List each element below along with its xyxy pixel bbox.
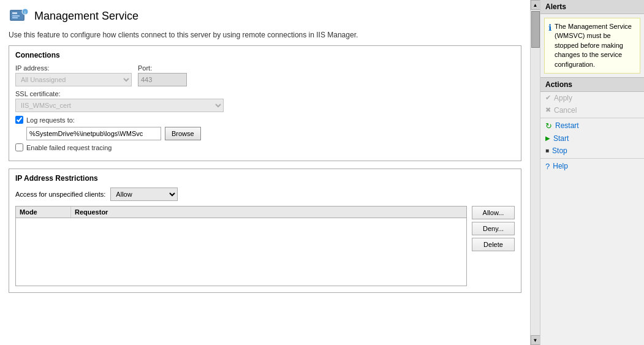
help-label[interactable]: Help (553, 162, 568, 170)
stop-action[interactable]: ■ Stop (540, 145, 644, 157)
access-row: Access for unspecified clients: Allow De… (15, 188, 515, 201)
access-select[interactable]: Allow Deny (110, 188, 178, 201)
ip-restrictions-legend: IP Address Restrictions (15, 174, 515, 183)
failed-tracing-checkbox[interactable] (15, 143, 23, 151)
restart-icon: ↻ (545, 121, 552, 131)
log-checkbox-label: Log requests to: (26, 116, 75, 124)
actions-divider-2 (540, 158, 644, 159)
log-path-input[interactable] (26, 127, 161, 140)
apply-icon: ✔ (545, 94, 551, 102)
restart-label[interactable]: Restart (555, 121, 579, 130)
scroll-down-arrow[interactable]: ▼ (531, 335, 540, 345)
ip-port-row: IP address: All Unassigned Port: (15, 64, 515, 86)
port-group: Port: (138, 64, 187, 86)
table-buttons-row: Mode Requestor Allow... Deny... Delete (15, 206, 515, 286)
ip-action-buttons: Allow... Deny... Delete (472, 206, 515, 286)
alerts-header: Alerts (540, 0, 644, 14)
alerts-section: Alerts ℹ The Management Service (WMSVC) … (540, 0, 644, 77)
alert-box: ℹ The Management Service (WMSVC) must be… (544, 18, 640, 74)
actions-divider-1 (540, 118, 644, 118)
apply-label: Apply (554, 94, 572, 102)
scrollbar-thumb[interactable] (531, 11, 540, 48)
delete-button[interactable]: Delete (472, 238, 515, 251)
allow-button[interactable]: Allow... (472, 206, 515, 219)
restrictions-table: Mode Requestor (15, 206, 467, 286)
restart-action[interactable]: ↻ Restart (540, 119, 644, 132)
ip-label: IP address: (15, 64, 132, 72)
col-requestor-header: Requestor (71, 207, 169, 218)
log-path-row: Browse (26, 127, 515, 140)
failed-tracing-row: Enable failed request tracing (15, 143, 515, 151)
alert-message: The Management Service (WMSVC) must be s… (555, 22, 636, 69)
management-service-icon: i (9, 6, 28, 26)
failed-tracing-label: Enable failed request tracing (26, 144, 112, 151)
page-title: Management Service (34, 10, 138, 23)
svg-rect-4 (12, 17, 18, 18)
cancel-icon: ✖ (545, 106, 551, 114)
col-mode-header: Mode (16, 207, 71, 218)
ip-group: IP address: All Unassigned (15, 64, 132, 86)
right-sidebar: Alerts ℹ The Management Service (WMSVC) … (540, 0, 644, 345)
scroll-up-arrow[interactable]: ▲ (531, 0, 540, 10)
info-icon: ℹ (548, 22, 551, 69)
table-body (16, 218, 466, 286)
scrollbar[interactable]: ▲ ▼ (530, 0, 540, 345)
svg-rect-2 (12, 12, 17, 14)
ssl-select[interactable]: IIS_WMSvc_cert (15, 99, 224, 112)
connections-panel: Connections IP address: All Unassigned P… (9, 45, 521, 161)
help-icon: ? (545, 162, 550, 171)
ip-restrictions-panel: IP Address Restrictions Access for unspe… (9, 169, 521, 293)
svg-text:i: i (25, 10, 26, 15)
cancel-label: Cancel (554, 106, 577, 115)
cancel-action[interactable]: ✖ Cancel (540, 104, 644, 116)
svg-rect-3 (12, 15, 20, 17)
browse-button[interactable]: Browse (165, 127, 201, 140)
actions-header: Actions (540, 77, 644, 92)
ssl-group: SSL certificate: IIS_WMSvc_cert (15, 90, 515, 112)
actions-section: Actions ✔ Apply ✖ Cancel ↻ Restart ▶ Sta… (540, 77, 644, 173)
help-action[interactable]: ? Help (540, 160, 644, 173)
ssl-label: SSL certificate: (15, 90, 515, 97)
start-action[interactable]: ▶ Start (540, 132, 644, 145)
port-label: Port: (138, 64, 187, 72)
apply-action[interactable]: ✔ Apply (540, 92, 644, 104)
ip-address-select[interactable]: All Unassigned (15, 73, 132, 86)
page-description: Use this feature to configure how client… (9, 31, 521, 39)
start-icon: ▶ (545, 135, 550, 142)
log-checkbox-row: Log requests to: (15, 116, 515, 124)
main-content: i Management Service Use this feature to… (0, 0, 530, 345)
log-checkbox[interactable] (15, 116, 23, 124)
start-label[interactable]: Start (553, 134, 569, 143)
deny-button[interactable]: Deny... (472, 222, 515, 235)
port-input[interactable] (138, 73, 187, 86)
access-label: Access for unspecified clients: (15, 191, 105, 198)
table-header: Mode Requestor (16, 207, 466, 218)
stop-icon: ■ (545, 147, 549, 154)
connections-legend: Connections (15, 51, 515, 59)
stop-label[interactable]: Stop (552, 146, 567, 155)
page-header: i Management Service (9, 6, 521, 26)
